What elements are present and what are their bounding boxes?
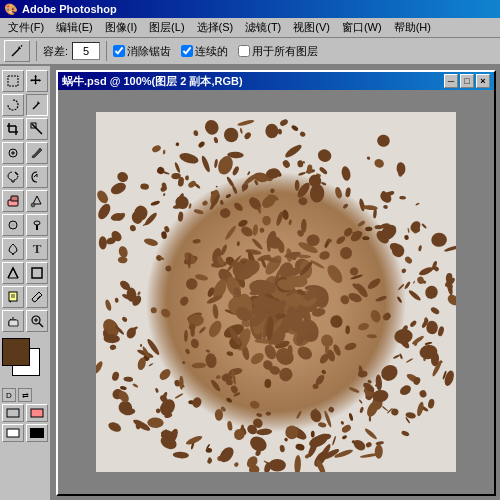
all-layers-checkbox[interactable]: [238, 45, 250, 57]
svg-rect-38: [30, 428, 44, 438]
svg-rect-18: [11, 196, 18, 201]
menu-view[interactable]: 视图(V): [287, 18, 336, 37]
svg-line-16: [15, 172, 18, 175]
svg-marker-1: [18, 46, 21, 49]
menu-file[interactable]: 文件(F): [2, 18, 50, 37]
canvas-title-bar: 蜗牛.psd @ 100%(图层 2 副本,RGB) ─ □ ×: [58, 72, 494, 90]
svg-rect-36: [31, 409, 43, 417]
full-screen-btn[interactable]: [26, 424, 48, 442]
color-swatches: [2, 338, 48, 384]
svg-line-0: [12, 49, 19, 56]
canvas-window-controls: ─ □ ×: [444, 74, 490, 88]
contiguous-label: 连续的: [195, 44, 228, 59]
foreground-color-swatch[interactable]: [2, 338, 30, 366]
eraser-tool[interactable]: [2, 190, 24, 212]
blur-tool[interactable]: [2, 214, 24, 236]
type-tool[interactable]: T: [26, 238, 48, 260]
default-colors-btn[interactable]: D: [2, 388, 16, 402]
dodge-tool[interactable]: [26, 214, 48, 236]
antialias-checkbox[interactable]: [113, 45, 125, 57]
contiguous-checkbox[interactable]: [181, 45, 193, 57]
menu-bar: 文件(F) 编辑(E) 图像(I) 图层(L) 选择(S) 滤镜(T) 视图(V…: [0, 18, 500, 38]
menu-image[interactable]: 图像(I): [99, 18, 143, 37]
svg-rect-35: [7, 409, 19, 417]
svg-rect-3: [8, 76, 18, 86]
canvas-minimize-btn[interactable]: ─: [444, 74, 458, 88]
menu-edit[interactable]: 编辑(E): [50, 18, 99, 37]
app-icon: 🎨: [4, 3, 18, 16]
canvas-title-text: 蜗牛.psd @ 100%(图层 2 副本,RGB): [62, 74, 243, 89]
canvas-area: 蜗牛.psd @ 100%(图层 2 副本,RGB) ─ □ ×: [52, 66, 500, 500]
all-layers-group: 用于所有图层: [238, 44, 318, 59]
eyedropper-tool[interactable]: [26, 286, 48, 308]
crop-tool[interactable]: [2, 118, 24, 140]
svg-line-11: [32, 124, 42, 134]
svg-rect-37: [7, 429, 19, 437]
quick-mask-btn[interactable]: [26, 404, 48, 422]
toolbar-separator: [36, 41, 37, 61]
contiguous-group: 连续的: [181, 44, 228, 59]
tolerance-label: 容差:: [43, 44, 68, 59]
antialias-group: 消除锯齿: [113, 44, 171, 59]
svg-line-32: [39, 323, 43, 327]
all-layers-label: 用于所有图层: [252, 44, 318, 59]
svg-line-5: [33, 104, 38, 109]
canvas-window: 蜗牛.psd @ 100%(图层 2 副本,RGB) ─ □ ×: [56, 70, 496, 496]
tolerance-input[interactable]: [72, 42, 100, 60]
menu-layer[interactable]: 图层(L): [143, 18, 190, 37]
hand-tool[interactable]: [2, 310, 24, 332]
toolbar-separator-2: [106, 41, 107, 61]
healing-tool[interactable]: [2, 142, 24, 164]
magic-wand-tool-icon[interactable]: [4, 40, 30, 62]
slice-tool[interactable]: [26, 118, 48, 140]
toolbox: T: [0, 66, 52, 500]
svg-marker-4: [30, 75, 41, 85]
svg-rect-26: [32, 268, 42, 278]
zoom-tool[interactable]: [26, 310, 48, 332]
image-canvas[interactable]: [96, 112, 456, 472]
lasso-tool[interactable]: [2, 94, 24, 116]
notes-tool[interactable]: [2, 286, 24, 308]
svg-rect-27: [9, 292, 17, 301]
path-selection-tool[interactable]: [2, 262, 24, 284]
options-toolbar: 容差: 消除锯齿 连续的 用于所有图层: [0, 38, 500, 66]
paint-bucket-tool[interactable]: [26, 190, 48, 212]
standard-mode-btn[interactable]: [2, 404, 24, 422]
brush-tool[interactable]: [26, 142, 48, 164]
svg-line-2: [21, 45, 22, 47]
app-title: Adobe Photoshop: [22, 3, 117, 15]
main-area: T: [0, 66, 500, 500]
shape-tool[interactable]: [26, 262, 48, 284]
mini-tools: D ⇄: [2, 388, 48, 402]
menu-select[interactable]: 选择(S): [191, 18, 240, 37]
clone-stamp-tool[interactable]: [2, 166, 24, 188]
antialias-label: 消除锯齿: [127, 44, 171, 59]
magic-wand-tool[interactable]: [26, 94, 48, 116]
canvas-content: [58, 90, 494, 494]
marquee-tool[interactable]: [2, 70, 24, 92]
title-bar: 🎨 Adobe Photoshop: [0, 0, 500, 18]
menu-window[interactable]: 窗口(W): [336, 18, 388, 37]
pen-tool[interactable]: [2, 238, 24, 260]
canvas-close-btn[interactable]: ×: [476, 74, 490, 88]
svg-point-21: [11, 223, 15, 227]
svg-marker-6: [37, 101, 40, 104]
svg-point-22: [34, 221, 40, 225]
history-brush-tool[interactable]: [26, 166, 48, 188]
svg-point-19: [31, 203, 35, 207]
move-tool[interactable]: [26, 70, 48, 92]
menu-help[interactable]: 帮助(H): [388, 18, 437, 37]
switch-colors-btn[interactable]: ⇄: [18, 388, 32, 402]
canvas-maximize-btn[interactable]: □: [460, 74, 474, 88]
menu-filter[interactable]: 滤镜(T): [239, 18, 287, 37]
standard-screen-btn[interactable]: [2, 424, 24, 442]
